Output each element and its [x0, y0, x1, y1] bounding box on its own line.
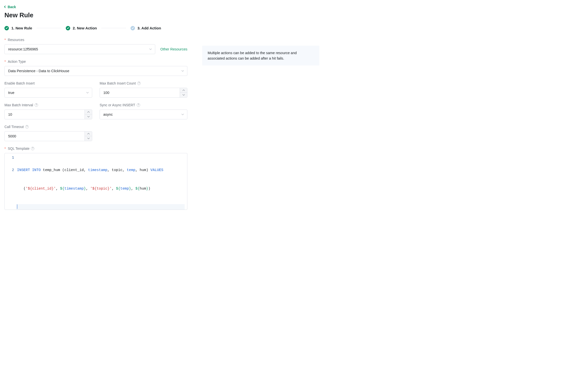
select-value: async [103, 112, 113, 116]
spinner-down-button[interactable] [85, 114, 92, 119]
code-line: ('${client_id}', ${timestamp}, '${topic}… [17, 186, 185, 192]
label-call-timeout: Call Timeout ? [4, 125, 29, 129]
call-timeout-input[interactable]: 5000 [4, 131, 92, 141]
field-sync-async: Sync or Async INSERT ? async [100, 103, 187, 119]
editor-code[interactable]: INSERT INTO temp_hum (client_id, timesta… [17, 153, 187, 210]
required-icon: * [4, 147, 6, 151]
text-cursor-icon [17, 204, 17, 209]
spinner-down-button[interactable] [85, 136, 92, 141]
chevron-down-icon [149, 48, 152, 51]
select-value: true [8, 91, 14, 95]
number-spinner [180, 88, 187, 97]
check-circle-icon [66, 26, 70, 30]
spinner-up-button[interactable] [85, 110, 92, 115]
field-action-type: * Action Type Data Persistence - Data to… [4, 60, 187, 76]
check-circle-icon [131, 26, 135, 30]
help-icon[interactable]: ? [137, 103, 140, 107]
input-value: 5000 [8, 134, 16, 138]
line-number: 1 [5, 155, 14, 161]
other-resources-link[interactable]: Other Resources [160, 47, 187, 51]
chevron-left-icon [4, 6, 7, 8]
chevron-down-icon [181, 69, 184, 72]
label-sql-template: * SQL Template ? [4, 147, 34, 151]
field-resources: * Resources resource:12f56965 Other Reso… [4, 38, 187, 54]
step-3[interactable]: 3. Add Action [131, 26, 161, 30]
max-batch-interval-input[interactable]: 10 [4, 109, 92, 119]
step-indicator: 1. New Rule 2. New Action 3. Add Action [4, 26, 319, 30]
field-max-batch-insert-count: Max Batch Insert Count ? 100 [100, 81, 187, 98]
step-separator [37, 28, 61, 28]
help-icon[interactable]: ? [137, 82, 141, 85]
required-icon: * [4, 60, 6, 64]
label-resources: * Resources [4, 38, 24, 42]
number-spinner [85, 131, 92, 141]
enable-batch-insert-select[interactable]: true [4, 88, 92, 98]
check-circle-icon [4, 26, 9, 30]
page-title: New Rule [4, 11, 319, 19]
field-enable-batch-insert: Enable Batch Insert true [4, 81, 92, 98]
line-number: 2 [5, 167, 14, 173]
label-sync-async: Sync or Async INSERT ? [100, 103, 140, 107]
sync-async-select[interactable]: async [100, 109, 187, 119]
code-line-active [16, 204, 185, 210]
label-max-batch-insert-count: Max Batch Insert Count ? [100, 81, 141, 85]
step-label: 2. New Action [73, 26, 97, 30]
label-enable-batch-insert: Enable Batch Insert [4, 81, 35, 85]
back-label: Back [8, 5, 16, 9]
info-text: Multiple actions can be added to the sam… [208, 51, 297, 60]
step-label: 1. New Rule [11, 26, 32, 30]
input-value: 100 [103, 91, 109, 95]
required-icon: * [4, 38, 6, 42]
help-icon[interactable]: ? [31, 147, 34, 150]
back-link[interactable]: Back [4, 5, 16, 9]
info-panel: Multiple actions can be added to the sam… [202, 46, 319, 66]
spinner-down-button[interactable] [180, 93, 187, 97]
step-1[interactable]: 1. New Rule [4, 26, 32, 30]
spinner-up-button[interactable] [180, 88, 187, 93]
select-value: Data Persistence - Data to ClickHouse [8, 69, 69, 73]
help-icon[interactable]: ? [35, 103, 38, 107]
sql-template-editor[interactable]: 1 . 2 INSERT INTO temp_hum (client_id, t… [4, 153, 187, 210]
resources-select[interactable]: resource:12f56965 [4, 44, 155, 54]
editor-gutter: 1 . 2 [5, 153, 17, 210]
step-2[interactable]: 2. New Action [66, 26, 97, 30]
number-spinner [85, 110, 92, 119]
chevron-down-icon [86, 91, 89, 94]
chevron-down-icon [181, 113, 184, 116]
action-type-select[interactable]: Data Persistence - Data to ClickHouse [4, 66, 187, 76]
spinner-up-button[interactable] [85, 131, 92, 136]
step-label: 3. Add Action [137, 26, 161, 30]
help-icon[interactable]: ? [25, 125, 29, 129]
step-separator [101, 28, 126, 28]
field-max-batch-interval: Max Batch Interval ? 10 [4, 103, 92, 119]
code-line: INSERT INTO temp_hum (client_id, timesta… [17, 167, 185, 173]
label-action-type: * Action Type [4, 60, 26, 64]
field-call-timeout: Call Timeout ? 5000 [4, 125, 92, 141]
field-sql-template: * SQL Template ? 1 . 2 INSERT INTO temp_… [4, 147, 187, 210]
max-batch-insert-count-input[interactable]: 100 [100, 88, 187, 98]
select-value: resource:12f56965 [8, 47, 38, 51]
label-max-batch-interval: Max Batch Interval ? [4, 103, 38, 107]
input-value: 10 [8, 112, 12, 116]
